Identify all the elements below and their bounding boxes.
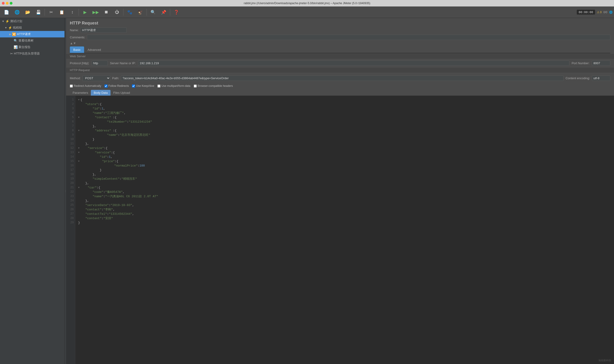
new-button[interactable]: 📄 bbox=[1, 7, 12, 17]
window-title: rabbit.jmx (/Users/admin/Downloads/apach… bbox=[244, 2, 370, 5]
protocol-input[interactable] bbox=[92, 61, 108, 66]
path-input[interactable] bbox=[121, 76, 564, 81]
shutdown-icon: ⏻ bbox=[115, 10, 119, 14]
port-label: Port Number: bbox=[572, 61, 589, 65]
ln-5: 5 bbox=[66, 115, 75, 120]
use-keepalive-checkbox[interactable] bbox=[132, 85, 135, 88]
expand-icon-thread-group: ▼ bbox=[5, 26, 7, 29]
code-line-26: "contact":"李刚", bbox=[78, 208, 611, 212]
clear-button[interactable]: 🐾 bbox=[125, 7, 135, 17]
follow-redirects-label[interactable]: Follow Redirects bbox=[105, 84, 129, 88]
save-icon: 💾 bbox=[36, 10, 41, 15]
use-multipart-checkbox[interactable] bbox=[157, 85, 160, 88]
follow-redirects-checkbox[interactable] bbox=[105, 85, 108, 88]
options-row: Redirect Automatically Follow Redirects … bbox=[66, 83, 614, 89]
protocol-label: Protocol [http]: bbox=[70, 61, 89, 65]
code-content[interactable]: ▼ { "store":{ "id":1, "name":"三润汽修厂", ▼ bbox=[75, 96, 614, 364]
http-section: Method: POST GET PUT DELETE Path: Conten… bbox=[66, 73, 614, 83]
cut-button[interactable]: ✂ bbox=[46, 7, 56, 17]
use-multipart-label[interactable]: Use multipart/form-data bbox=[157, 84, 190, 88]
use-multipart-text: Use multipart/form-data bbox=[161, 84, 190, 88]
comments-row: Comments: bbox=[66, 34, 614, 41]
sidebar-item-view-results[interactable]: 🔍 查看结果树 bbox=[0, 38, 65, 44]
redirect-auto-label[interactable]: Redirect Automatically bbox=[70, 84, 101, 88]
sep4 bbox=[147, 9, 147, 16]
tab-parameters[interactable]: Parameters bbox=[70, 90, 91, 96]
maximize-button[interactable] bbox=[10, 2, 13, 5]
ln-10: 10 bbox=[66, 137, 75, 142]
web-server-section: Web Server bbox=[66, 53, 614, 59]
ln-4: 4 bbox=[66, 111, 75, 115]
code-line-18: }, bbox=[78, 172, 611, 177]
start-no-pause-button[interactable]: ▶▶ bbox=[91, 7, 101, 17]
sidebar-item-http-header[interactable]: ✂ HTTP信息头管理器 bbox=[0, 50, 65, 57]
tab-body-data[interactable]: Body Data bbox=[91, 90, 110, 96]
timer-display: 00:00:00 bbox=[577, 10, 595, 14]
sidebar-item-http-request[interactable]: ▶ 🔀 HTTP请求 bbox=[0, 31, 65, 38]
paste-button[interactable]: 📌 bbox=[159, 7, 169, 17]
collapse-5[interactable]: ▼ bbox=[78, 115, 80, 120]
tab-files-upload[interactable]: Files Upload bbox=[110, 90, 133, 96]
ln-24: 24 bbox=[66, 199, 75, 203]
collapse-15[interactable]: ▼ bbox=[78, 159, 80, 164]
ln-13: 13 bbox=[66, 150, 75, 155]
minimize-button[interactable] bbox=[6, 2, 9, 5]
browser-headers-checkbox[interactable] bbox=[194, 85, 197, 88]
sidebar-item-aggregate-report[interactable]: 📊 聚合报告 bbox=[0, 44, 65, 50]
ln-1: 1 bbox=[66, 98, 75, 102]
comments-input[interactable] bbox=[87, 35, 610, 40]
clear-all-button[interactable]: 🦅 bbox=[135, 7, 145, 17]
collapse-12[interactable]: ▼ bbox=[78, 146, 80, 150]
test-plan-label: 测试计划 bbox=[10, 19, 22, 23]
redirect-auto-checkbox[interactable] bbox=[70, 85, 73, 88]
start-button[interactable]: ▶ bbox=[80, 7, 90, 17]
ln-2: 2 bbox=[66, 102, 75, 106]
code-line-12: ▼ "service":{ bbox=[78, 146, 611, 150]
open-button[interactable]: 📂 bbox=[23, 7, 33, 17]
http-header-icon: ✂ bbox=[10, 52, 13, 55]
search-button[interactable]: 🔍 bbox=[148, 7, 158, 17]
sidebar: ▼ ⚡ 测试计划 ▼ ⚡ 线程组 ▶ 🔀 HTTP请求 🔍 查看结果树 📊 聚合… bbox=[0, 18, 65, 364]
save-button[interactable]: 💾 bbox=[33, 7, 43, 17]
close-button[interactable] bbox=[2, 2, 5, 5]
stop-button[interactable]: ⏹ bbox=[101, 7, 111, 17]
browser-headers-text: Browser-compatible headers bbox=[198, 84, 233, 88]
ln-21: 21 bbox=[66, 185, 75, 190]
ln-16: 16 bbox=[66, 164, 75, 168]
main-tabs-section: Basic Advanced bbox=[66, 46, 614, 53]
server-row: Protocol [http]: Server Name or IP: Port… bbox=[66, 59, 614, 67]
sep2 bbox=[79, 9, 79, 16]
browser-headers-label[interactable]: Browser-compatible headers bbox=[194, 84, 233, 88]
method-label: Method: bbox=[70, 77, 81, 80]
aggregate-label: 聚合报告 bbox=[18, 45, 30, 49]
code-line-25: "serviceDate":"2019-10-03", bbox=[78, 203, 611, 208]
copy-button[interactable]: 📋 bbox=[57, 7, 67, 17]
tab-advanced[interactable]: Advanced bbox=[84, 46, 105, 53]
method-select[interactable]: POST GET PUT DELETE bbox=[82, 75, 110, 81]
sidebar-item-test-plan[interactable]: ▼ ⚡ 测试计划 bbox=[0, 18, 65, 25]
server-label: Server Name or IP: bbox=[110, 61, 136, 65]
server-input[interactable] bbox=[138, 61, 569, 66]
title-bar: rabbit.jmx (/Users/admin/Downloads/apach… bbox=[0, 0, 614, 6]
help-button[interactable]: ❓ bbox=[171, 7, 181, 17]
ln-23: 23 bbox=[66, 194, 75, 199]
name-input[interactable] bbox=[81, 27, 127, 33]
encoding-input[interactable] bbox=[592, 76, 610, 81]
collapse-13[interactable]: ▼ bbox=[78, 150, 80, 155]
collapse-1[interactable]: ▼ bbox=[78, 98, 80, 102]
ln-19: 19 bbox=[66, 177, 75, 181]
templates-button[interactable]: 🌐 bbox=[12, 7, 22, 17]
code-line-3: "id":1, bbox=[78, 106, 611, 111]
window-controls[interactable] bbox=[2, 2, 13, 5]
code-line-10: } bbox=[78, 137, 611, 142]
shutdown-button[interactable]: ⏻ bbox=[112, 7, 122, 17]
collapse-21[interactable]: ▼ bbox=[78, 185, 80, 190]
line-numbers: 1 2 3 4 5 6 7 8 9 10 11 12 13 14 15 16 1… bbox=[66, 96, 75, 364]
expand-button[interactable]: ↕ bbox=[67, 7, 77, 17]
sidebar-item-thread-group[interactable]: ▼ ⚡ 线程组 bbox=[0, 25, 65, 31]
tab-basic[interactable]: Basic bbox=[70, 46, 84, 53]
port-input[interactable] bbox=[592, 61, 610, 66]
collapse-8[interactable]: ▼ bbox=[78, 129, 80, 133]
ln-8: 8 bbox=[66, 129, 75, 133]
use-keepalive-label[interactable]: Use KeepAlive bbox=[132, 84, 154, 88]
